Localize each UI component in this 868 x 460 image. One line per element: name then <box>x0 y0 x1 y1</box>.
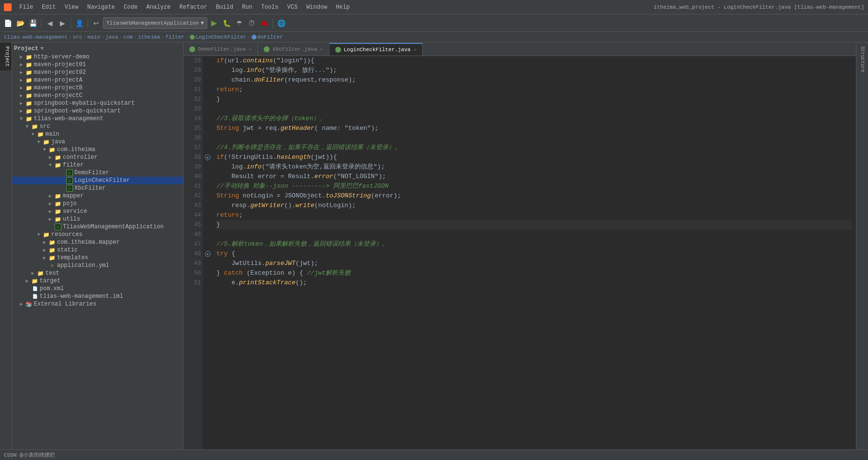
tree-mapper-res[interactable]: ▶ 📁 com.itheima.mapper <box>12 238 183 246</box>
tree-tlias[interactable]: ▼ 📁 tlias-web-management <box>12 115 183 123</box>
sep4 <box>272 18 273 28</box>
tree-pom[interactable]: 📄 pom.xml <box>12 285 183 293</box>
menu-code[interactable]: Code <box>120 3 142 12</box>
profile-btn[interactable]: ⏱ <box>246 17 257 29</box>
tab-xbcfilter[interactable]: XbcFilter.java ✕ <box>258 43 329 56</box>
code-line-29: log.info("登录操作, 放行..."); <box>216 66 852 75</box>
structure-label[interactable]: Structure <box>858 44 867 74</box>
tree-maven-projectA[interactable]: ▶ 📁 maven-projectA <box>12 76 183 84</box>
titlebar: File Edit View Navigate Code Analyze Ref… <box>0 0 868 14</box>
menu-view[interactable]: View <box>61 3 83 12</box>
window-title: itheima_web_project - LoginCheckFilter.j… <box>654 4 864 10</box>
menu-refactor[interactable]: Refactor <box>175 3 211 12</box>
stop-btn[interactable]: ⏹ <box>258 17 270 29</box>
tree-logincheckfilter[interactable]: C LoginCheckFilter <box>12 177 183 184</box>
menu-run[interactable]: Run <box>238 3 256 12</box>
tree-test[interactable]: ▶ 📁 test <box>12 269 183 277</box>
menu-window[interactable]: Window <box>302 3 331 12</box>
menu-help[interactable]: Help <box>332 3 354 12</box>
tree-maven-projectC[interactable]: ▶ 📁 maven-projectC <box>12 92 183 99</box>
debug-btn[interactable]: 🐛 <box>221 17 232 29</box>
code-line-33 <box>216 104 852 114</box>
code-line-48: try { <box>216 249 852 259</box>
code-line-36 <box>216 133 852 143</box>
tree-springboot-web[interactable]: ▶ 📁 springboot-web-quickstart <box>12 107 183 115</box>
tree-maven-projectB[interactable]: ▶ 📁 maven-projectB <box>12 84 183 92</box>
tree-application-yml[interactable]: ⚙ application.yml <box>12 262 183 269</box>
code-line-42: String notLogin = JSONObject.toJSONStrin… <box>216 191 852 201</box>
breadcrumb-com[interactable]: com <box>123 34 133 40</box>
menu-file[interactable]: File <box>15 3 37 12</box>
tree-iml[interactable]: 📄 tlias-web-management.iml <box>12 293 183 300</box>
breadcrumb-class[interactable]: LoginCheckFilter <box>190 34 247 40</box>
close-xbcfilter[interactable]: ✕ <box>320 46 323 52</box>
tree-app-class[interactable]: C TliasWebManagementApplication <box>12 223 183 231</box>
tree-http-server-demo[interactable]: ▶ 📁 http-server-demo <box>12 53 183 61</box>
menu-bar: File Edit View Navigate Code Analyze Ref… <box>15 3 354 12</box>
gutter: ●● <box>203 56 213 460</box>
open-btn[interactable]: 📂 <box>14 17 26 29</box>
close-demofilter[interactable]: ✕ <box>249 46 252 52</box>
tree-filter[interactable]: ▼ 📁 filter <box>12 161 183 169</box>
tree-service[interactable]: ▶ 📁 service <box>12 208 183 215</box>
menu-tools[interactable]: Tools <box>257 3 283 12</box>
menu-build[interactable]: Build <box>212 3 237 12</box>
tab-demofilter[interactable]: DemoFilter.java ✕ <box>184 43 258 56</box>
tree-static[interactable]: ▶ 📁 static <box>12 246 183 254</box>
tree-springboot-mybatis[interactable]: ▶ 📁 springboot-mybatis-quickstart <box>12 99 183 107</box>
tree-main[interactable]: ▼ 📁 main <box>12 130 183 138</box>
project-tab[interactable]: Project <box>0 42 12 70</box>
menu-edit[interactable]: Edit <box>38 3 60 12</box>
breadcrumb-java[interactable]: java <box>105 34 118 40</box>
breadcrumb-filter[interactable]: filter <box>165 34 185 40</box>
back-btn[interactable]: ◀ <box>44 17 56 29</box>
forward-btn[interactable]: ▶ <box>57 17 68 29</box>
code-line-44: return; <box>216 210 852 220</box>
run-config-dropdown[interactable]: TliasWebManagementApplication ▼ <box>103 17 207 29</box>
new-file-btn[interactable]: 📄 <box>2 17 14 29</box>
tree-java[interactable]: ▼ 📁 java <box>12 138 183 146</box>
tree-demofilter[interactable]: C DemoFilter <box>12 169 183 177</box>
tree-maven-project01[interactable]: ▶ 📁 maven-project01 <box>12 61 183 69</box>
menu-vcs[interactable]: VCS <box>284 3 302 12</box>
nav-btn[interactable]: 👤 <box>73 17 85 29</box>
translate-btn[interactable]: 🌐 <box>275 17 287 29</box>
tree-xbcfilter[interactable]: C XbcFilter <box>12 184 183 192</box>
tree-utils[interactable]: ▶ 📁 utils <box>12 215 183 223</box>
editor-area: DemoFilter.java ✕ XbcFilter.java ✕ Login… <box>184 42 856 460</box>
breadcrumb-method[interactable]: doFilter <box>252 34 283 40</box>
project-panel[interactable]: Project ▼ ▶ 📁 http-server-demo ▶ 📁 maven… <box>12 42 183 460</box>
breadcrumb-itheima[interactable]: itheima <box>138 34 160 40</box>
save-btn[interactable]: 💾 <box>27 17 39 29</box>
code-line-34: //3.获取请求头中的令牌（token）。 <box>216 114 852 124</box>
tree-com-itheima[interactable]: ▼ 📁 com.itheima <box>12 146 183 153</box>
tree-mapper[interactable]: ▶ 📁 mapper <box>12 192 183 200</box>
code-editor[interactable]: 2829303132333435363738394041424344454647… <box>184 56 856 460</box>
menu-analyze[interactable]: Analyze <box>142 3 174 12</box>
run-config-label: TliasWebManagementApplication <box>106 20 199 26</box>
toolbar: 📄 📂 💾 ◀ ▶ 👤 ↩ TliasWebManagementApplicat… <box>0 14 868 32</box>
tree-maven-project02[interactable]: ▶ 📁 maven-project02 <box>12 69 183 76</box>
sidebar: Project Project ▼ ▶ 📁 http-server-demo ▶… <box>0 42 184 460</box>
menu-navigate[interactable]: Navigate <box>83 3 119 12</box>
breadcrumb-src[interactable]: src <box>73 34 83 40</box>
sep3 <box>87 18 88 28</box>
tree-target[interactable]: ▶ 📁 target <box>12 277 183 285</box>
close-logincheckfilter[interactable]: ✕ <box>413 47 416 53</box>
tree-resources[interactable]: ▼ 📁 resources <box>12 231 183 238</box>
code-content[interactable]: if(url.contains("login")){ log.info("登录操… <box>213 56 856 460</box>
tree-external-libs[interactable]: ▶ 📚 External Libraries <box>12 300 183 308</box>
code-line-49: JwtUtils.parseJWT(jwt); <box>216 259 852 268</box>
coverage-btn[interactable]: ☂ <box>233 17 245 29</box>
run-btn[interactable]: ▶ <box>208 17 220 29</box>
tree-src[interactable]: ▼ 📁 src <box>12 123 183 130</box>
tree-templates[interactable]: ▶ 📁 templates <box>12 254 183 262</box>
code-line-32: } <box>216 95 852 104</box>
tab-logincheckfilter[interactable]: LoginCheckFilter.java ✕ <box>329 43 423 56</box>
undo-btn[interactable]: ↩ <box>90 17 102 29</box>
breadcrumb-main[interactable]: main <box>87 34 100 40</box>
code-line-45: } <box>216 220 852 230</box>
tree-pojo[interactable]: ▶ 📁 pojo <box>12 200 183 208</box>
breadcrumb-project[interactable]: tlias-web-management <box>4 34 68 40</box>
tree-controller[interactable]: ▶ 📁 controller <box>12 153 183 161</box>
